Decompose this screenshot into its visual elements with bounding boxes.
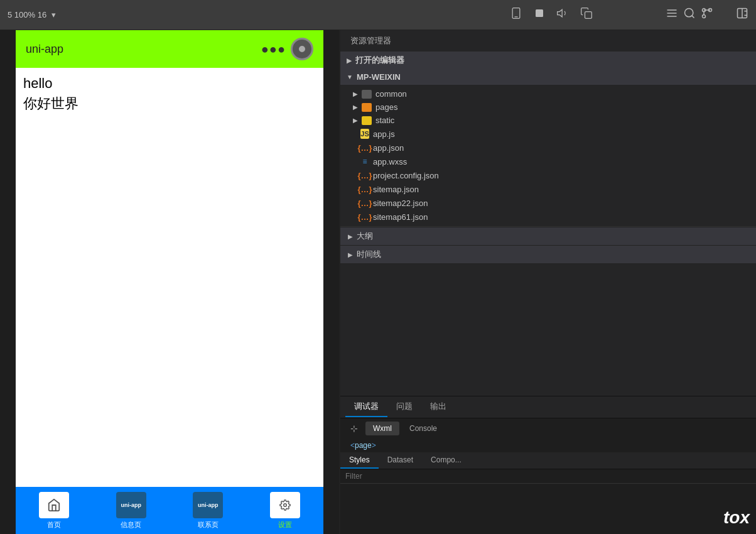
open-editors-section[interactable]: ▶ 打开的编辑器 — [340, 52, 756, 69]
json-icon-3: {…} — [360, 184, 369, 194]
file-app-wxss-name: app.wxss — [373, 157, 407, 166]
styles-tab-compo[interactable]: Compo... — [422, 452, 470, 469]
folder-common-icon — [362, 90, 372, 99]
search-icon[interactable] — [683, 7, 696, 23]
json-icon-5: {…} — [360, 212, 369, 222]
mp-weixin-chevron: ▼ — [347, 74, 353, 80]
folder-common-name: common — [375, 89, 407, 99]
json-icon-4: {…} — [360, 198, 369, 208]
nav-label-info: 信息页 — [121, 520, 141, 530]
debug-panel: 调试器 问题 输出 ⊹ Wxml Console — [340, 396, 756, 534]
file-tree: ▶ common ▶ pages ▶ static — [340, 85, 756, 226]
split-icon[interactable] — [736, 7, 748, 23]
svg-rect-4 — [585, 12, 592, 19]
folder-static[interactable]: ▶ static — [340, 114, 756, 127]
folder-static-chevron: ▶ — [353, 117, 358, 124]
tab-problems[interactable]: 问题 — [387, 397, 421, 417]
main-area: uni-app ●●● hello 你好世界 — [0, 30, 756, 534]
sub-tab-console[interactable]: Console — [402, 422, 445, 435]
svg-marker-3 — [558, 9, 563, 17]
outline-label: 大纲 — [357, 231, 373, 242]
file-app-wxss[interactable]: ≡ app.wxss — [340, 155, 756, 168]
phone-dots: ●●● — [261, 42, 286, 57]
styles-sub-tabs: Styles Dataset Compo... — [340, 452, 756, 469]
file-app-js[interactable]: JS app.js — [340, 127, 756, 141]
copy-icon[interactable] — [580, 7, 593, 23]
phone-content: hello 你好世界 — [16, 68, 323, 487]
file-sitemap[interactable]: {…} sitemap.json — [340, 182, 756, 196]
svg-point-11 — [703, 15, 706, 18]
phone-preview: uni-app ●●● hello 你好世界 — [0, 30, 339, 534]
tab-debugger[interactable]: 调试器 — [345, 397, 387, 417]
styles-panel: Styles Dataset Compo... — [340, 452, 756, 534]
stop-icon[interactable] — [534, 8, 545, 22]
styles-tab-styles[interactable]: Styles — [340, 452, 379, 469]
nav-label-settings: 设置 — [278, 520, 292, 530]
folder-static-icon — [362, 116, 372, 125]
folder-pages-icon — [362, 103, 372, 112]
phone-topbar-right: ●●● — [261, 38, 313, 60]
sub-tab-wxml[interactable]: Wxml — [365, 422, 399, 435]
timeline-chevron: ▶ — [348, 251, 353, 258]
timeline-section[interactable]: ▶ 时间线 — [340, 245, 756, 263]
file-app-json-name: app.json — [373, 143, 404, 153]
js-icon: JS — [360, 129, 369, 139]
zoom-label: 5 100% 16 — [8, 10, 46, 19]
explorer-area: 资源管理器 ▶ 打开的编辑器 ▼ MP-WEIXIN ▶ common — [340, 30, 756, 396]
open-editors-chevron: ▶ — [347, 57, 352, 64]
file-sitemap-name: sitemap.json — [373, 185, 419, 194]
sub-tabs-row: ⊹ Wxml Console — [340, 418, 756, 439]
list-icon[interactable] — [666, 7, 678, 23]
file-app-json[interactable]: {…} app.json — [340, 141, 756, 155]
outline-section[interactable]: ▶ 大纲 — [340, 227, 756, 245]
file-sitemap22-name: sitemap22.json — [373, 199, 428, 208]
tox-label: tox — [723, 508, 750, 528]
mp-weixin-label: MP-WEIXIN — [357, 72, 401, 82]
file-sitemap22[interactable]: {…} sitemap22.json — [340, 196, 756, 210]
folder-common-chevron: ▶ — [353, 90, 358, 97]
svg-point-15 — [284, 503, 287, 506]
mp-weixin-section[interactable]: ▼ MP-WEIXIN — [340, 69, 756, 85]
file-sitemap61-name: sitemap61.json — [373, 212, 428, 222]
page-node: <page> — [340, 439, 756, 452]
nav-icon-settings — [270, 492, 300, 518]
nav-item-info[interactable]: uni-app 信息页 — [116, 492, 146, 530]
top-toolbar: 5 100% 16 ▾ — [0, 0, 756, 30]
nav-item-contact[interactable]: uni-app 联系页 — [193, 492, 223, 530]
folder-pages-chevron: ▶ — [353, 104, 358, 111]
phone-hello: hello — [23, 75, 316, 92]
timeline-label: 时间线 — [357, 249, 381, 260]
folder-common[interactable]: ▶ common — [340, 87, 756, 101]
nav-icon-contact: uni-app — [193, 492, 223, 518]
phone-icon[interactable] — [510, 7, 522, 23]
phone-bottomnav: 首页 uni-app 信息页 uni-app 联系页 设置 — [16, 487, 323, 534]
svg-line-9 — [692, 16, 694, 18]
json-icon-2: {…} — [360, 170, 369, 180]
nav-item-settings[interactable]: 设置 — [270, 492, 300, 530]
nav-item-home[interactable]: 首页 — [39, 492, 69, 530]
chevron-icon[interactable]: ▾ — [51, 10, 56, 19]
volume-icon[interactable] — [556, 7, 569, 23]
phone-title: uni-app — [26, 43, 63, 56]
tab-output[interactable]: 输出 — [421, 397, 455, 417]
toolbar-left: 5 100% 16 ▾ — [8, 10, 56, 19]
folder-static-name: static — [375, 116, 394, 125]
phone-topbar: uni-app ●●● — [16, 30, 323, 68]
debug-tabs: 调试器 问题 输出 — [340, 396, 756, 418]
file-sitemap61[interactable]: {…} sitemap61.json — [340, 210, 756, 224]
styles-tab-dataset[interactable]: Dataset — [379, 452, 422, 469]
folder-pages[interactable]: ▶ pages — [340, 101, 756, 114]
svg-rect-2 — [536, 9, 543, 17]
phone-camera-inner — [299, 46, 305, 52]
file-app-js-name: app.js — [373, 129, 395, 139]
git-icon[interactable] — [701, 7, 713, 23]
nav-label-home: 首页 — [47, 520, 61, 530]
toolbar-icons-right — [666, 7, 748, 23]
filter-input[interactable] — [345, 472, 751, 481]
select-icon[interactable]: ⊹ — [345, 421, 363, 436]
file-project-config[interactable]: {…} project.config.json — [340, 168, 756, 182]
outline-chevron: ▶ — [348, 233, 353, 240]
toolbar-center — [510, 7, 593, 23]
nav-icon-info: uni-app — [116, 492, 146, 518]
phone-camera — [291, 38, 313, 60]
